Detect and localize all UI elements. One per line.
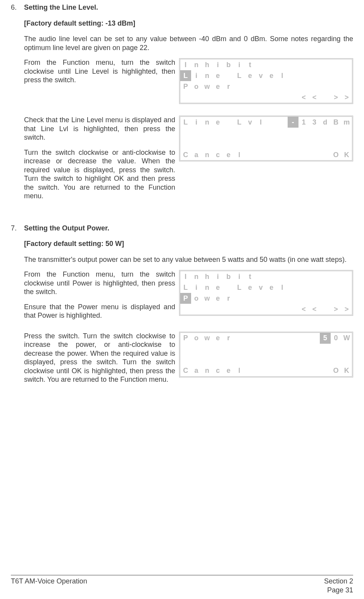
lcd-cell [266,355,277,365]
lcd-cell: c [212,149,223,160]
lcd-cell [309,333,320,344]
lcd-cell: W [341,333,352,344]
lcd-cell [288,355,298,365]
lcd-cell: - [288,117,298,128]
lcd-cell [223,92,234,103]
lcd-cell [234,304,245,315]
lcd-cell [320,59,331,70]
lcd-cell: n [202,149,212,160]
lcd-cell [288,92,298,103]
lcd-cell: c [212,365,223,376]
lcd-cell [234,128,245,138]
lcd-cell [266,344,277,355]
lcd-cell [223,138,234,149]
lcd-cell: C [180,149,191,160]
lcd-cell [320,365,331,376]
lcd-cell [341,271,352,282]
lcd-cell: e [212,293,223,304]
lcd-cell [191,355,202,365]
lcd-cell: b [223,59,234,70]
lcd-cell [309,138,320,149]
lcd-row: Inhibit [180,59,352,70]
lcd-row [180,138,352,149]
section-7-default: [Factory default setting: 50 W] [24,239,353,248]
lcd-cell: n [202,365,212,376]
lcd-cell [255,92,266,103]
lcd-cell [223,128,234,138]
lcd-cell: w [202,81,212,92]
lcd-cell: e [212,333,223,344]
lcd-cell [309,81,320,92]
lcd-cell [298,333,309,344]
lcd-row: Cancel OK [180,365,352,376]
lcd-row: Power [180,293,352,304]
lcd-cell [277,149,288,160]
lcd-cell [331,271,342,282]
lcd-cell: e [223,149,234,160]
lcd-cell [266,149,277,160]
lcd-cell [288,293,298,304]
lcd-cell [255,128,266,138]
lcd-cell [341,282,352,293]
lcd-cell [212,355,223,365]
lcd-cell: v [245,117,255,128]
lcd-cell: e [212,70,223,81]
lcd-cell [223,282,234,293]
lcd-cell [245,344,255,355]
lcd-cell: n [202,117,212,128]
lcd-cell: v [255,282,266,293]
lcd-cell [298,293,309,304]
lcd-cell [341,293,352,304]
lcd-row [180,355,352,365]
lcd-cell [341,344,352,355]
lcd-cell: > [341,304,352,315]
lcd-cell: P [180,293,191,304]
lcd-cell [266,59,277,70]
lcd-cell: P [180,333,191,344]
lcd-cell: h [202,271,212,282]
lcd-cell: K [341,365,352,376]
lcd-cell [266,128,277,138]
lcd-cell [245,138,255,149]
lcd-cell [277,59,288,70]
lcd-cell [245,304,255,315]
lcd-cell: P [180,81,191,92]
lcd-cell [223,70,234,81]
lcd-cell [298,271,309,282]
lcd-cell [320,149,331,160]
lcd-cell: i [212,59,223,70]
lcd-cell [180,355,191,365]
lcd-cell: e [245,282,255,293]
lcd-cell: O [331,365,342,376]
lcd-cell [255,59,266,70]
lcd-row: Power [180,81,352,92]
lcd-cell [180,304,191,315]
lcd-cell [255,304,266,315]
lcd-cell: t [245,59,255,70]
lcd-cell [298,70,309,81]
lcd-cell [223,117,234,128]
lcd-cell: i [191,70,202,81]
lcd-cell [331,138,342,149]
lcd-row [180,344,352,355]
lcd-cell [266,271,277,282]
lcd-cell [234,293,245,304]
lcd-cell [309,293,320,304]
lcd-cell: > [331,304,342,315]
lcd-cell: I [180,59,191,70]
lcd-cell [277,271,288,282]
lcd-cell: t [245,271,255,282]
section-6-step2b-text: Turn the switch clockwise or anti-clockw… [24,148,175,201]
lcd-cell: < [309,92,320,103]
lcd-cell [320,70,331,81]
lcd-power-value: Power 50W Cancel OK [179,332,353,377]
lcd-cell [320,282,331,293]
lcd-cell [288,282,298,293]
lcd-cell [234,138,245,149]
lcd-cell [298,344,309,355]
lcd-cell [288,128,298,138]
section-7-title: Setting the Output Power. [24,224,109,233]
lcd-cell [309,59,320,70]
lcd-cell [298,81,309,92]
lcd-cell [277,293,288,304]
